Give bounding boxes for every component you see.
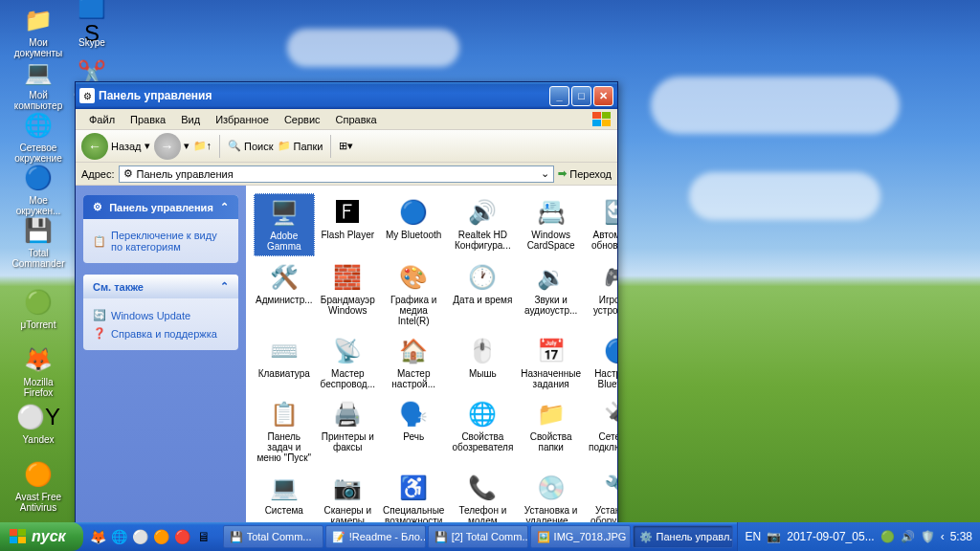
cp-item-icon: 🔄 (603, 197, 617, 228)
menu-item[interactable]: Вид (173, 112, 208, 127)
toolbar: ←Назад ▾ → ▾ 📁↑ 🔍 Поиск 📁 Папки ⊞▾ (76, 130, 617, 163)
control-panel-item[interactable]: 🖱️Мышь (450, 332, 515, 393)
ql-avast-icon[interactable]: 🟠 (152, 527, 171, 546)
control-panel-item[interactable]: 🕐Дата и время (450, 258, 515, 330)
views-button[interactable]: ⊞▾ (339, 140, 353, 152)
desktop-icon[interactable]: 🟢μTorrent (10, 287, 67, 330)
svg-rect-4 (10, 529, 17, 536)
menubar: ФайлПравкаВидИзбранноеСервисСправка (76, 109, 617, 130)
cp-item-icon: 📋 (269, 399, 300, 430)
app-icon: 🟢 (23, 287, 54, 318)
address-dropdown-icon[interactable]: ⌄ (541, 167, 549, 180)
maximize-button[interactable]: □ (571, 86, 591, 106)
control-panel-item[interactable]: 🖨️Принтеры и факсы (319, 395, 377, 467)
desktop-icon[interactable]: 📁Мои документы (10, 5, 67, 58)
minimize-button[interactable]: _ (549, 86, 569, 106)
switch-view-link[interactable]: 📋 Переключение к виду по категориям (93, 227, 229, 255)
collapse-icon[interactable]: ⌃ (220, 201, 229, 213)
titlebar[interactable]: ⚙ Панель управления _ □ ✕ (76, 82, 617, 109)
control-panel-item[interactable]: 📁Свойства папки (519, 395, 583, 467)
folders-button[interactable]: 📁 Папки (278, 140, 323, 152)
tray-expand-icon[interactable]: ‹ (941, 530, 945, 543)
tray-lang[interactable]: EN (746, 530, 762, 543)
control-panel-item[interactable]: 🔵My Bluetooth (381, 193, 446, 256)
address-input[interactable]: ⚙ Панель управления ⌄ (119, 165, 555, 183)
control-panel-item[interactable]: 🎨Графика и медиа Intel(R) (381, 258, 446, 330)
go-button[interactable]: ➡ Переход (558, 167, 612, 180)
control-panel-item[interactable]: 🔄Автомати... обновление (587, 193, 617, 256)
ql-ie-icon[interactable]: 🌐 (110, 527, 129, 546)
control-panel-item[interactable]: 🌐Свойства обозревателя (450, 395, 515, 467)
taskbar-task[interactable]: ⚙️Панель управл... (633, 525, 733, 548)
control-panel-item[interactable]: 🔊Realtek HD Конфигура... (450, 193, 515, 256)
tray-volume-icon[interactable]: 🔊 (901, 530, 915, 543)
ql-opera-icon[interactable]: 🔴 (173, 527, 192, 546)
control-panel-item[interactable]: 📅Назначенные задания (519, 332, 583, 393)
window-title: Панель управления (99, 89, 549, 102)
taskbar-task[interactable]: 💾Total Comm... (223, 525, 323, 548)
control-panel-item[interactable]: 🖥️Adobe Gamma (254, 193, 315, 256)
close-button[interactable]: ✕ (593, 86, 613, 106)
task-icon: 🖼️ (537, 531, 550, 543)
start-button[interactable]: пуск (0, 522, 83, 551)
up-button[interactable]: 📁↑ (193, 140, 212, 152)
ql-yandex-icon[interactable]: ⚪ (131, 527, 150, 546)
tray-camera-icon[interactable]: 📷 (767, 530, 781, 543)
menu-item[interactable]: Файл (81, 112, 122, 127)
control-panel-item[interactable]: 📞Телефон и модем (450, 469, 515, 530)
help-support-link[interactable]: ❓ Справка и поддержка (93, 324, 229, 342)
control-panel-item[interactable]: 📋Панель задач и меню "Пуск" (254, 395, 315, 467)
app-icon: 💾 (23, 215, 54, 246)
control-panel-item[interactable]: 💻Система (254, 469, 315, 530)
menu-item[interactable]: Справка (328, 112, 385, 127)
desktop-icon[interactable]: 🦊Mozilla Firefox (10, 344, 67, 398)
taskbar-task[interactable]: 📝!Readme - Бло... (325, 525, 426, 548)
control-panel-item[interactable]: 📇Windows CardSpace (519, 193, 583, 256)
search-button[interactable]: 🔍 Поиск (228, 140, 273, 152)
tray-safely-remove-icon[interactable]: 🟢 (880, 530, 895, 543)
icon-pane[interactable]: 🖥️Adobe Gamma🅵Flash Player🔵My Bluetooth🔊… (246, 186, 617, 530)
control-panel-item[interactable]: ⌨️Клавиатура (254, 332, 315, 393)
desktop-icon[interactable]: 🟠Avast Free Antivirus (10, 459, 67, 513)
addressbar: Адрес: ⚙ Панель управления ⌄ ➡ Переход (76, 163, 617, 186)
taskbar-task[interactable]: 🖼️IMG_7018.JPG ... (530, 525, 631, 548)
control-panel-item[interactable]: 🎮Игровые устройства (587, 258, 617, 330)
control-panel-item[interactable]: 💿Установка и удаление... (519, 469, 583, 530)
menu-item[interactable]: Правка (122, 112, 173, 127)
control-panel-item[interactable]: 🔌Сетевые подключения (587, 395, 617, 467)
taskbar-task[interactable]: 💾[2] Total Comm... (428, 525, 528, 548)
control-panel-item[interactable]: 🏠Мастер настрой... (381, 332, 446, 393)
control-panel-item[interactable]: 🗣️Речь (381, 395, 446, 467)
control-panel-item[interactable]: 🛠️Администр... (254, 258, 315, 330)
cp-item-icon: 📷 (332, 473, 363, 503)
desktop-icon[interactable]: 💾Total Commander (10, 215, 67, 269)
tray-date[interactable]: 2017-09-07_05... (787, 530, 874, 543)
desktop-icon[interactable]: 🟦SSkype (63, 5, 121, 48)
menu-item[interactable]: Избранное (208, 112, 277, 127)
app-icon: ⚪Y (23, 402, 54, 432)
control-panel-item[interactable]: ♿Специальные возможности (381, 469, 446, 530)
desktop-icon[interactable]: 🌐Сетевое окружение (10, 110, 67, 164)
control-panel-item[interactable]: 📡Мастер беспровод... (319, 332, 377, 393)
cp-item-icon: 🔧 (603, 473, 617, 503)
control-panel-item[interactable]: 🔧Установка оборудова... (587, 469, 617, 530)
control-panel-item[interactable]: 📷Сканеры и камеры (319, 469, 377, 530)
desktop-icon[interactable]: 💻Мой компьютер (10, 57, 67, 111)
control-panel-item[interactable]: 🔵Настройка Bluetooth (587, 332, 617, 393)
control-panel-item[interactable]: 🅵Flash Player (319, 193, 377, 256)
collapse-icon[interactable]: ⌃ (220, 280, 229, 293)
address-icon: ⚙ (123, 167, 133, 180)
task-icon: 📝 (332, 531, 345, 543)
control-panel-item[interactable]: 🔉Звуки и аудиоустр... (519, 258, 583, 330)
back-button[interactable]: ←Назад ▾ (81, 133, 150, 160)
forward-button[interactable]: → ▾ (154, 133, 189, 160)
desktop-icon[interactable]: 🔵Мое окружен... (10, 163, 67, 216)
ql-firefox-icon[interactable]: 🦊 (89, 527, 108, 546)
ql-desktop-icon[interactable]: 🖥 (194, 527, 213, 546)
desktop-icon[interactable]: ⚪YYandex (10, 402, 67, 445)
control-panel-item[interactable]: 🧱Брандмауэр Windows (319, 258, 377, 330)
tray-shield-icon[interactable]: 🛡️ (921, 530, 935, 543)
menu-item[interactable]: Сервис (277, 112, 328, 127)
tray-clock[interactable]: 5:38 (950, 530, 972, 543)
windows-update-link[interactable]: 🔄 Windows Update (93, 306, 229, 324)
